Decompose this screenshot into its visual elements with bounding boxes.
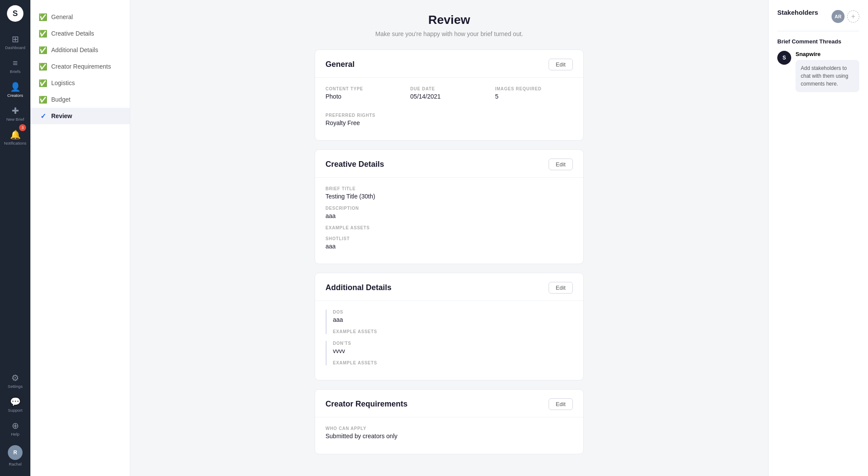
sidebar-item-creators[interactable]: 👤 Creators bbox=[0, 78, 30, 102]
description-value: aaa bbox=[326, 212, 573, 219]
donts-example-assets-field: EXAMPLE ASSETS bbox=[333, 360, 573, 365]
due-date-label: DUE DATE bbox=[410, 86, 488, 91]
sidebar-item-dashboard[interactable]: ⊞ Dashboard bbox=[0, 30, 30, 54]
shotlist-field: SHOTLIST aaa bbox=[326, 236, 573, 250]
sidebar-item-user[interactable]: R Rachel bbox=[0, 441, 30, 471]
sidebar-item-help[interactable]: ⊕ Help bbox=[0, 417, 30, 441]
preferred-rights-field: PREFERRED RIGHTS Royalty Free bbox=[326, 113, 573, 126]
check-icon-general: ✅ bbox=[39, 13, 47, 21]
brief-title-label: BRIEF TITLE bbox=[326, 186, 573, 191]
sidebar-item-settings[interactable]: ⚙ Settings bbox=[0, 369, 30, 393]
stakeholders-title: Stakeholders bbox=[777, 9, 818, 16]
general-edit-button[interactable]: Edit bbox=[549, 59, 573, 70]
brief-title-field: BRIEF TITLE Testing Title (30th) bbox=[326, 186, 573, 200]
sidebar-step-budget[interactable]: ✅ Budget bbox=[30, 91, 130, 108]
creative-details-card: Creative Details Edit BRIEF TITLE Testin… bbox=[315, 149, 584, 264]
sidebar-item-notifications[interactable]: 🔔 3 Notifications bbox=[0, 126, 30, 150]
dashboard-icon: ⊞ bbox=[12, 35, 19, 43]
due-date-field: DUE DATE 05/14/2021 bbox=[410, 86, 488, 100]
donts-label: DON'TS bbox=[333, 341, 573, 346]
snapwire-name: Snapwire bbox=[796, 51, 859, 57]
dos-value: aaa bbox=[333, 316, 573, 323]
comment-bubble: Add stakeholders to chat with them using… bbox=[796, 60, 859, 92]
dos-example-assets-label: EXAMPLE ASSETS bbox=[333, 329, 573, 334]
shotlist-label: SHOTLIST bbox=[326, 236, 573, 241]
donts-value: vvvv bbox=[333, 347, 573, 354]
sidebar-step-additional-details[interactable]: ✅ Additional Details bbox=[30, 42, 130, 58]
check-icon-creative: ✅ bbox=[39, 30, 47, 37]
creator-requirements-title: Creator Requirements bbox=[326, 400, 408, 409]
additional-details-card: Additional Details Edit DOS aaa EXAMPLE … bbox=[315, 273, 584, 380]
who-can-apply-field: WHO CAN APPLY Submitted by creators only bbox=[326, 426, 573, 440]
main-content-area: Review Make sure you're happy with how y… bbox=[130, 0, 768, 476]
check-icon-budget: ✅ bbox=[39, 96, 47, 103]
creator-requirements-edit-button[interactable]: Edit bbox=[549, 398, 573, 410]
comment-threads-title: Brief Comment Threads bbox=[777, 38, 859, 45]
check-icon-logistics: ✅ bbox=[39, 79, 47, 87]
sidebar-step-general[interactable]: ✅ General bbox=[30, 9, 130, 25]
brief-title-value: Testing Title (30th) bbox=[326, 193, 573, 200]
sidebar-step-logistics[interactable]: ✅ Logistics bbox=[30, 75, 130, 91]
page-title: Review bbox=[428, 13, 470, 27]
notification-badge: 3 bbox=[19, 124, 26, 131]
creators-icon: 👤 bbox=[10, 83, 21, 91]
who-can-apply-label: WHO CAN APPLY bbox=[326, 426, 573, 431]
sidebar-item-support[interactable]: 💬 Support bbox=[0, 393, 30, 417]
content-type-value: Photo bbox=[326, 93, 403, 100]
sidebar-step-creator-requirements[interactable]: ✅ Creator Requirements bbox=[30, 58, 130, 75]
dos-example-assets-field: EXAMPLE ASSETS bbox=[333, 329, 573, 334]
sidebar-step-creative-details[interactable]: ✅ Creative Details bbox=[30, 25, 130, 42]
settings-icon: ⚙ bbox=[11, 374, 19, 382]
panel-divider bbox=[777, 31, 859, 31]
snapwire-comment: S Snapwire Add stakeholders to chat with… bbox=[777, 51, 859, 92]
images-required-field: IMAGES REQUIRED 5 bbox=[495, 86, 573, 100]
page-subtitle: Make sure you're happy with how your bri… bbox=[375, 30, 523, 37]
images-required-value: 5 bbox=[495, 93, 573, 100]
user-avatar[interactable]: R bbox=[8, 445, 23, 460]
additional-details-title: Additional Details bbox=[326, 283, 391, 292]
notifications-icon: 🔔 bbox=[10, 130, 21, 139]
help-icon: ⊕ bbox=[12, 421, 19, 430]
donts-example-assets-label: EXAMPLE ASSETS bbox=[333, 360, 573, 365]
sidebar-item-new-brief[interactable]: ✚ New Brief bbox=[0, 102, 30, 126]
donts-section: DON'TS vvvv EXAMPLE ASSETS bbox=[326, 341, 573, 365]
creative-details-title: Creative Details bbox=[326, 160, 384, 169]
add-stakeholder-button[interactable]: + bbox=[847, 10, 859, 23]
due-date-value: 05/14/2021 bbox=[410, 93, 488, 100]
creative-details-edit-button[interactable]: Edit bbox=[549, 159, 573, 170]
creator-requirements-card: Creator Requirements Edit WHO CAN APPLY … bbox=[315, 389, 584, 454]
who-can-apply-value: Submitted by creators only bbox=[326, 433, 573, 440]
sidebar-item-briefs[interactable]: ≡ Briefs bbox=[0, 54, 30, 78]
stakeholders-header: Stakeholders AR + bbox=[777, 9, 859, 24]
sidebar-step-review[interactable]: ✓ Review bbox=[30, 108, 130, 124]
description-label: DESCRIPTION bbox=[326, 206, 573, 211]
example-assets-field: EXAMPLE ASSETS bbox=[326, 225, 573, 230]
description-field: DESCRIPTION aaa bbox=[326, 206, 573, 219]
briefs-icon: ≡ bbox=[13, 59, 18, 67]
preferred-rights-value: Royalty Free bbox=[326, 119, 573, 126]
example-assets-label: EXAMPLE ASSETS bbox=[326, 225, 573, 230]
dos-field: DOS aaa bbox=[333, 310, 573, 323]
support-icon: 💬 bbox=[10, 397, 21, 406]
snapwire-logo: S bbox=[777, 51, 791, 65]
dos-section: DOS aaa EXAMPLE ASSETS bbox=[326, 310, 573, 334]
checkmark-icon-review: ✓ bbox=[39, 112, 47, 120]
check-icon-additional: ✅ bbox=[39, 46, 47, 54]
check-icon-creator: ✅ bbox=[39, 63, 47, 70]
shotlist-value: aaa bbox=[326, 243, 573, 250]
new-brief-icon: ✚ bbox=[12, 106, 19, 115]
preferred-rights-label: PREFERRED RIGHTS bbox=[326, 113, 573, 118]
images-required-label: IMAGES REQUIRED bbox=[495, 86, 573, 91]
dos-label: DOS bbox=[333, 310, 573, 314]
additional-details-edit-button[interactable]: Edit bbox=[549, 282, 573, 294]
step-sidebar: ✅ General ✅ Creative Details ✅ Additiona… bbox=[30, 0, 130, 476]
right-panel: Stakeholders AR + Brief Comment Threads … bbox=[768, 0, 868, 476]
content-type-field: CONTENT TYPE Photo bbox=[326, 86, 403, 100]
left-navigation: S ⊞ Dashboard ≡ Briefs 👤 Creators ✚ New … bbox=[0, 0, 30, 476]
stakeholder-avatar: AR bbox=[832, 10, 845, 23]
general-card-title: General bbox=[326, 60, 355, 69]
general-card: General Edit CONTENT TYPE Photo DUE DATE… bbox=[315, 50, 584, 141]
content-type-label: CONTENT TYPE bbox=[326, 86, 403, 91]
app-logo[interactable]: S bbox=[7, 5, 23, 22]
donts-field: DON'TS vvvv bbox=[333, 341, 573, 354]
